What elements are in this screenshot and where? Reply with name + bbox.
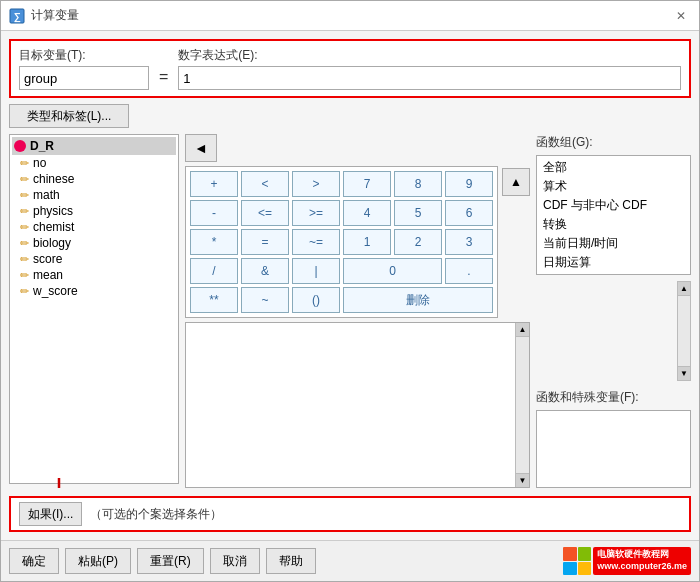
func-var-label: 函数和特殊变量(F):	[536, 389, 691, 406]
calc-dot[interactable]: .	[445, 258, 493, 284]
left-panel: D_R ✏ no ✏ chinese ✏ math ✏	[9, 134, 179, 488]
var-item-biology[interactable]: ✏ biology	[12, 235, 176, 251]
var-item-wscore[interactable]: ✏ w_score	[12, 283, 176, 299]
func-scrollbar-down[interactable]: ▼	[678, 366, 690, 380]
var-label-physics: physics	[33, 204, 73, 218]
right-panel: 函数组(G): 全部 算术 CDF 与非中心 CDF 转换 当前日期/时间 日期…	[536, 134, 691, 488]
equals-sign: =	[159, 68, 168, 86]
var-label-chemist: chemist	[33, 220, 74, 234]
func-item-cdf[interactable]: CDF 与非中心 CDF	[539, 196, 688, 215]
windows-logo-icon	[563, 547, 591, 575]
pencil-icon-math: ✏	[20, 189, 29, 202]
func-item-all[interactable]: 全部	[539, 158, 688, 177]
expression-group: 数字表达式(E):	[178, 47, 681, 90]
calc-plus[interactable]: +	[190, 171, 238, 197]
calc-parens[interactable]: ()	[292, 287, 340, 313]
expression-input[interactable]	[178, 66, 681, 90]
text-scrollbar: ▲ ▼	[515, 323, 529, 487]
middle-section: D_R ✏ no ✏ chinese ✏ math ✏	[9, 134, 691, 488]
calc-9[interactable]: 9	[445, 171, 493, 197]
var-item-mean[interactable]: ✏ mean	[12, 267, 176, 283]
type-label-button[interactable]: 类型和标签(L)...	[9, 104, 129, 128]
cancel-button[interactable]: 取消	[210, 548, 260, 574]
func-scrollbar-up[interactable]: ▲	[678, 282, 690, 296]
var-item-no[interactable]: ✏ no	[12, 155, 176, 171]
confirm-button[interactable]: 确定	[9, 548, 59, 574]
calc-neq[interactable]: ~=	[292, 229, 340, 255]
calc-and[interactable]: &	[241, 258, 289, 284]
calc-3[interactable]: 3	[445, 229, 493, 255]
scrollbar-up-arrow[interactable]: ▲	[516, 323, 529, 337]
paste-button[interactable]: 粘贴(P)	[65, 548, 131, 574]
help-button[interactable]: 帮助	[266, 548, 316, 574]
calc-minus[interactable]: -	[190, 200, 238, 226]
up-button[interactable]: ▲	[502, 168, 530, 196]
calc-gte[interactable]: >=	[292, 200, 340, 226]
func-item-datetime[interactable]: 当前日期/时间	[539, 234, 688, 253]
calc-power[interactable]: **	[190, 287, 238, 313]
if-text: （可选的个案选择条件）	[90, 506, 222, 523]
calc-7[interactable]: 7	[343, 171, 391, 197]
brand-area: 电脑软硬件教程网www.computer26.me	[563, 547, 691, 575]
calc-1[interactable]: 1	[343, 229, 391, 255]
var-item-math[interactable]: ✏ math	[12, 187, 176, 203]
calc-gt[interactable]: >	[292, 171, 340, 197]
var-label-math: math	[33, 188, 60, 202]
func-group-scrollbar: ▲ ▼	[677, 281, 691, 381]
variable-list: D_R ✏ no ✏ chinese ✏ math ✏	[9, 134, 179, 484]
var-item-chinese[interactable]: ✏ chinese	[12, 171, 176, 187]
calc-or[interactable]: |	[292, 258, 340, 284]
func-item-datecalc[interactable]: 日期运算	[539, 253, 688, 272]
title-bar: ∑ 计算变量 ✕	[1, 1, 699, 31]
func-var-list[interactable]	[536, 410, 691, 488]
calc-6[interactable]: 6	[445, 200, 493, 226]
calc-multiply[interactable]: *	[190, 229, 238, 255]
expression-text-area: ▲ ▼	[185, 322, 530, 488]
calc-grid-wrapper: + < > 7 8 9 - <= >= 4 5 6	[185, 166, 498, 318]
window-icon: ∑	[9, 8, 25, 24]
scrollbar-down-arrow[interactable]: ▼	[516, 473, 529, 487]
calc-lt[interactable]: <	[241, 171, 289, 197]
var-label-chinese: chinese	[33, 172, 74, 186]
func-item-arithmetic[interactable]: 算术	[539, 177, 688, 196]
calc-tilde[interactable]: ~	[241, 287, 289, 313]
delete-button[interactable]: 删除	[343, 287, 493, 313]
reset-button[interactable]: 重置(R)	[137, 548, 204, 574]
calc-4[interactable]: 4	[343, 200, 391, 226]
var-item-chemist[interactable]: ✏ chemist	[12, 219, 176, 235]
center-panel: ◄ + < > 7 8 9 -	[185, 134, 530, 488]
up-area: ▲	[502, 166, 530, 196]
calc-divide[interactable]: /	[190, 258, 238, 284]
close-button[interactable]: ✕	[671, 6, 691, 26]
calc-5[interactable]: 5	[394, 200, 442, 226]
if-button[interactable]: 如果(I)...	[19, 502, 82, 526]
pencil-icon-chinese: ✏	[20, 173, 29, 186]
arrow-left-button[interactable]: ◄	[185, 134, 217, 162]
svg-text:∑: ∑	[13, 11, 20, 23]
pencil-icon-mean: ✏	[20, 269, 29, 282]
calc-equals[interactable]: =	[241, 229, 289, 255]
pencil-icon-chemist: ✏	[20, 221, 29, 234]
red-arrow-decoration	[39, 478, 99, 488]
calc-8[interactable]: 8	[394, 171, 442, 197]
var-item-physics[interactable]: ✏ physics	[12, 203, 176, 219]
func-item-convert[interactable]: 转换	[539, 215, 688, 234]
pencil-icon-physics: ✏	[20, 205, 29, 218]
calc-0[interactable]: 0	[343, 258, 442, 284]
var-label-no: no	[33, 156, 46, 170]
func-item-datecreate[interactable]: 日期创建	[539, 272, 688, 275]
var-label-wscore: w_score	[33, 284, 78, 298]
pencil-icon-biology: ✏	[20, 237, 29, 250]
var-label-biology: biology	[33, 236, 71, 250]
pencil-icon-score: ✏	[20, 253, 29, 266]
var-item-score[interactable]: ✏ score	[12, 251, 176, 267]
window-title: 计算变量	[31, 7, 79, 24]
target-variable-group: 目标变量(T):	[19, 47, 149, 90]
target-variable-input[interactable]	[19, 66, 149, 90]
brand-label: 电脑软硬件教程网www.computer26.me	[593, 547, 691, 574]
text-inner[interactable]	[186, 323, 515, 487]
expr-label: 数字表达式(E):	[178, 47, 681, 64]
calc-2[interactable]: 2	[394, 229, 442, 255]
calc-lte[interactable]: <=	[241, 200, 289, 226]
main-content: 目标变量(T): = 数字表达式(E): 类型和标签(L)... D_R	[1, 31, 699, 540]
